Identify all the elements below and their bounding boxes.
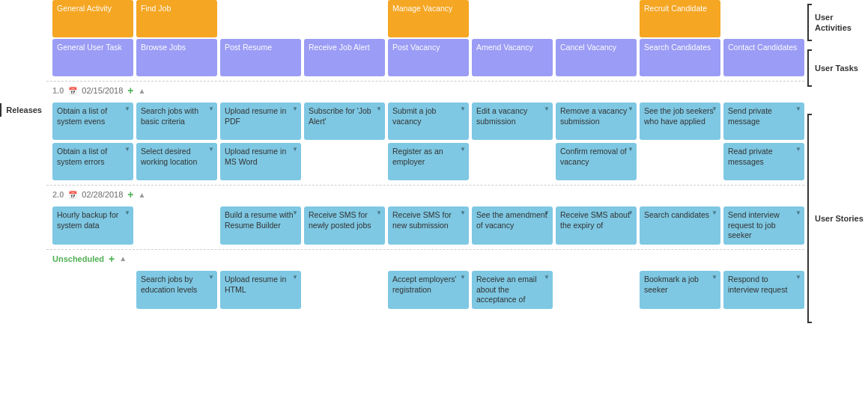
card-upload-resume-msword[interactable]: Upload resume in MS Word▼: [220, 143, 301, 180]
card-send-private-message[interactable]: Send private message▼: [723, 102, 804, 140]
unscheduled-version: Unscheduled: [52, 254, 104, 263]
dropdown-arrow[interactable]: ▼: [795, 105, 801, 113]
card-accept-employers-registration[interactable]: Accept employers' registration▼: [388, 271, 469, 309]
release-10-version: 1.0: [52, 86, 64, 95]
dropdown-arrow[interactable]: ▼: [460, 146, 466, 153]
card-register-employer[interactable]: Register as an employer▼: [388, 143, 469, 180]
card-find-job[interactable]: Find Job: [136, 0, 217, 37]
dropdown-arrow[interactable]: ▼: [292, 105, 298, 113]
card-manage-vacancy[interactable]: Manage Vacancy: [388, 0, 469, 37]
dropdown-arrow[interactable]: ▼: [460, 105, 466, 113]
dropdown-arrow[interactable]: ▼: [795, 274, 801, 281]
release-10-header: 1.0 📅 02/15/2018 + ▲: [46, 81, 804, 99]
unscheduled-header: Unscheduled + ▲: [46, 249, 804, 268]
unscheduled-row1: Search jobs by education levels▼ Upload …: [46, 271, 804, 309]
dropdown-arrow[interactable]: ▼: [544, 209, 550, 217]
card-subscribe-job-alert[interactable]: Subscribe for 'Job Alert'▼: [304, 102, 385, 140]
card-search-jobs-education[interactable]: Search jobs by education levels▼: [136, 271, 217, 309]
release-20-version: 2.0: [52, 190, 64, 199]
dropdown-arrow[interactable]: ▼: [208, 105, 214, 113]
release-20-row1: Hourly backup for system data▼ Build a r…: [46, 206, 804, 245]
card-sms-new-submission[interactable]: Receive SMS for new submission▼: [388, 206, 469, 245]
release-20-header: 2.0 📅 02/28/2018 + ▲: [46, 185, 804, 203]
user-activities-label: UserActivities: [815, 12, 852, 34]
unscheduled-collapse[interactable]: ▲: [119, 254, 127, 263]
card-browse-jobs[interactable]: Browse Jobs: [136, 39, 217, 76]
card-contact-candidates[interactable]: Contact Candidates: [723, 39, 804, 76]
release-20-collapse[interactable]: ▲: [139, 191, 146, 199]
user-tasks-label: User Tasks: [815, 63, 858, 73]
card-upload-resume-pdf[interactable]: Upload resume in PDF▼: [220, 102, 301, 140]
release-20-add[interactable]: +: [127, 189, 133, 200]
user-stories-label: User Stories: [815, 213, 864, 224]
dropdown-arrow[interactable]: ▼: [795, 146, 801, 153]
card-sms-expiry[interactable]: Receive SMS about the expiry of▼: [556, 206, 637, 245]
card-search-candidates-20[interactable]: Search candidates▼: [640, 206, 720, 245]
card-edit-vacancy-submission[interactable]: Edit a vacancy submission▼: [472, 102, 553, 140]
calendar-icon-10: 📅: [68, 87, 77, 95]
dropdown-arrow[interactable]: ▼: [460, 209, 466, 217]
dropdown-arrow[interactable]: ▼: [124, 209, 130, 217]
release-20-date: 02/28/2018: [82, 190, 123, 199]
dropdown-arrow[interactable]: ▼: [376, 105, 382, 113]
release-10-add[interactable]: +: [127, 85, 133, 97]
card-cancel-vacancy[interactable]: Cancel Vacancy: [556, 39, 637, 76]
activity-row: General Activity Find Job Manage Vacancy…: [46, 0, 804, 37]
dropdown-arrow[interactable]: ▼: [544, 105, 550, 113]
dropdown-arrow[interactable]: ▼: [711, 209, 717, 217]
card-confirm-removal-vacancy[interactable]: Confirm removal of vacancy▼: [556, 143, 637, 180]
card-bookmark-job-seeker[interactable]: Bookmark a job seeker▼: [640, 271, 720, 309]
card-upload-resume-html[interactable]: Upload resume in HTML▼: [220, 271, 301, 309]
card-receive-job-alert[interactable]: Receive Job Alert: [304, 39, 385, 76]
dropdown-arrow[interactable]: ▼: [795, 209, 801, 217]
card-send-interview-request[interactable]: Send interview request to job seeker▼: [723, 206, 804, 245]
dropdown-arrow[interactable]: ▼: [376, 209, 382, 217]
dropdown-arrow[interactable]: ▼: [292, 146, 298, 153]
release-10-row1: Obtain a list of system evens▼ Search jo…: [46, 102, 804, 140]
dropdown-arrow[interactable]: ▼: [208, 146, 214, 153]
dropdown-arrow[interactable]: ▼: [711, 274, 717, 281]
dropdown-arrow[interactable]: ▼: [292, 209, 298, 217]
card-read-private-messages[interactable]: Read private messages▼: [723, 143, 804, 180]
card-amend-vacancy[interactable]: Amend Vacancy: [472, 39, 553, 76]
card-remove-vacancy-submission[interactable]: Remove a vacancy submission▼: [556, 102, 637, 140]
dropdown-arrow[interactable]: ▼: [460, 274, 466, 281]
card-list-system-errors[interactable]: Obtain a list of system errors▼: [52, 143, 133, 180]
unscheduled-add[interactable]: +: [109, 253, 115, 265]
dropdown-arrow[interactable]: ▼: [124, 105, 130, 113]
card-general-user-task[interactable]: General User Task: [52, 39, 133, 76]
release-10-collapse[interactable]: ▲: [139, 87, 146, 95]
card-respond-interview-request[interactable]: Respond to interview request▼: [723, 271, 804, 309]
release-10-date: 02/15/2018: [82, 86, 123, 95]
dropdown-arrow[interactable]: ▼: [628, 146, 634, 153]
dropdown-arrow[interactable]: ▼: [292, 274, 298, 281]
card-search-jobs-basic[interactable]: Search jobs with basic criteria▼: [136, 102, 217, 140]
calendar-icon-20: 📅: [68, 191, 77, 199]
card-build-resume-builder[interactable]: Build a resume with Resume Builder▼: [220, 206, 301, 245]
card-post-resume[interactable]: Post Resume: [220, 39, 301, 76]
card-select-working-location[interactable]: Select desired working location▼: [136, 143, 217, 180]
card-see-job-seekers-applied[interactable]: See the job seekers who have applied▼: [640, 102, 720, 140]
card-see-amendment-vacancy[interactable]: See the amendment of vacancy▼: [472, 206, 553, 245]
card-recruit-candidate[interactable]: Recruit Candidate: [640, 0, 720, 37]
card-general-activity[interactable]: General Activity: [52, 0, 133, 37]
dropdown-arrow[interactable]: ▼: [711, 105, 717, 113]
releases-label: Releases: [6, 105, 42, 114]
dropdown-arrow[interactable]: ▼: [628, 105, 634, 113]
card-submit-job-vacancy[interactable]: Submit a job vacancy▼: [388, 102, 469, 140]
dropdown-arrow[interactable]: ▼: [124, 146, 130, 153]
card-sms-newly-posted[interactable]: Receive SMS for newly posted jobs▼: [304, 206, 385, 245]
card-post-vacancy[interactable]: Post Vacancy: [388, 39, 469, 76]
dropdown-arrow[interactable]: ▼: [628, 209, 634, 217]
card-receive-email-acceptance[interactable]: Receive an email about the acceptance of…: [472, 271, 553, 309]
dropdown-arrow[interactable]: ▼: [544, 274, 550, 281]
card-hourly-backup[interactable]: Hourly backup for system data▼: [52, 206, 133, 245]
card-search-candidates[interactable]: Search Candidates: [640, 39, 720, 76]
dropdown-arrow[interactable]: ▼: [208, 274, 214, 281]
card-list-system-evens[interactable]: Obtain a list of system evens▼: [52, 102, 133, 140]
task-row: General User Task Browse Jobs Post Resum…: [46, 39, 804, 76]
release-10-row2: Obtain a list of system errors▼ Select d…: [46, 143, 804, 180]
